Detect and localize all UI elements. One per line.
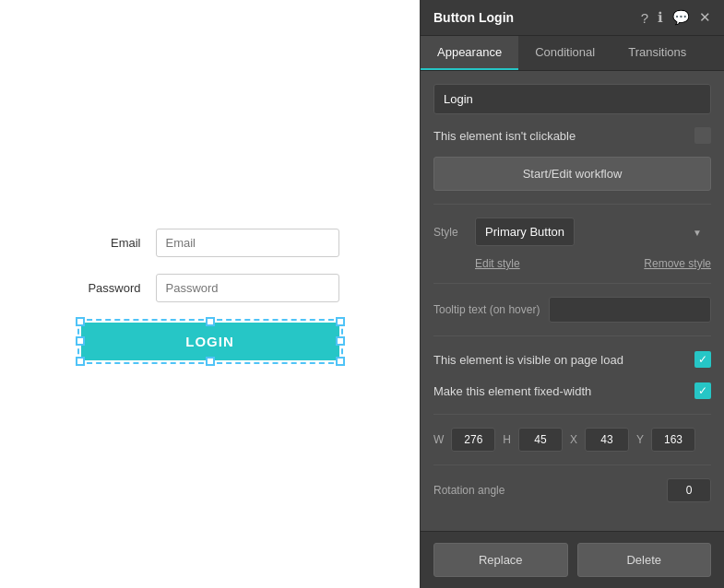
panel-footer: Replace Delete (421, 531, 724, 588)
tab-conditional[interactable]: Conditional (518, 36, 611, 70)
check-icon-2: ✓ (698, 384, 707, 397)
visible-label: This element is visible on page load (433, 353, 623, 367)
resize-handle-tr[interactable] (336, 317, 345, 326)
style-select[interactable]: Primary Button (475, 218, 575, 246)
divider-2 (433, 283, 711, 284)
panel-header: Button Login ? ℹ 💬 ✕ (421, 0, 724, 36)
panel-tabs: Appearance Conditional Transitions (421, 36, 724, 71)
style-label: Style (433, 226, 466, 239)
coords-row: W H X Y (433, 428, 711, 452)
email-label: Email (81, 236, 141, 250)
fixed-width-label: Make this element fixed-width (433, 384, 591, 398)
close-icon[interactable]: ✕ (699, 9, 711, 26)
panel-content: This element isn't clickable Start/Edit … (421, 71, 724, 531)
login-button[interactable]: Login (81, 323, 339, 360)
help-icon[interactable]: ? (641, 10, 648, 26)
resize-handle-rm[interactable] (336, 336, 345, 346)
element-name-input[interactable] (433, 84, 711, 114)
tab-appearance[interactable]: Appearance (421, 36, 518, 70)
form-area: Email Password Login (81, 229, 339, 360)
divider-5 (433, 465, 711, 465)
canvas-area: Email Password Login (0, 0, 420, 588)
chat-icon[interactable]: 💬 (672, 9, 690, 26)
rotation-input[interactable] (667, 478, 711, 502)
fixed-width-row: Make this element fixed-width ✓ (433, 381, 711, 401)
resize-handle-tl[interactable] (76, 317, 85, 326)
info-icon[interactable]: ℹ (658, 9, 663, 26)
rotation-row: Rotation angle (433, 478, 711, 502)
resize-handle-lm[interactable] (76, 336, 85, 346)
replace-button[interactable]: Replace (433, 543, 568, 577)
resize-handle-br[interactable] (336, 357, 345, 366)
divider-1 (433, 204, 711, 205)
y-label: Y (636, 433, 644, 446)
password-label: Password (81, 281, 141, 295)
divider-4 (433, 414, 711, 415)
fixed-width-toggle[interactable]: ✓ (694, 382, 711, 399)
h-label: H (503, 433, 511, 446)
not-clickable-row: This element isn't clickable (433, 125, 711, 146)
email-input[interactable] (156, 229, 339, 257)
tab-transitions[interactable]: Transitions (611, 36, 703, 70)
email-row: Email (81, 229, 339, 257)
style-row: Style Primary Button (433, 218, 711, 246)
password-row: Password (81, 274, 339, 302)
resize-handle-tm[interactable] (206, 317, 215, 326)
edit-style-link[interactable]: Edit style (475, 257, 520, 270)
panel-icons: ? ℹ 💬 ✕ (641, 9, 711, 26)
w-label: W (433, 433, 444, 446)
panel-title: Button Login (433, 10, 514, 25)
h-input[interactable] (518, 428, 563, 452)
resize-handle-bl[interactable] (76, 357, 85, 366)
resize-handle-bm[interactable] (206, 357, 215, 366)
workflow-button[interactable]: Start/Edit workflow (433, 157, 711, 191)
tooltip-input[interactable] (549, 297, 711, 323)
divider-3 (433, 335, 711, 336)
rotation-label: Rotation angle (433, 484, 504, 497)
not-clickable-label: This element isn't clickable (433, 129, 576, 143)
style-links: Edit style Remove style (433, 257, 711, 270)
check-icon: ✓ (698, 353, 707, 366)
visible-toggle[interactable]: ✓ (694, 351, 711, 368)
w-input[interactable] (451, 428, 495, 452)
remove-style-link[interactable]: Remove style (644, 257, 711, 270)
x-label: X (570, 433, 577, 446)
login-button-wrapper: Login (81, 323, 339, 360)
tooltip-row: Tooltip text (on hover) (433, 297, 711, 323)
tooltip-label: Tooltip text (on hover) (433, 303, 540, 316)
x-input[interactable] (585, 428, 629, 452)
password-input[interactable] (156, 274, 339, 302)
y-input[interactable] (651, 428, 695, 452)
delete-button[interactable]: Delete (577, 543, 712, 577)
properties-panel: Button Login ? ℹ 💬 ✕ Appearance Conditio… (420, 0, 724, 588)
visible-row: This element is visible on page load ✓ (433, 349, 711, 370)
style-select-wrapper: Primary Button (475, 218, 711, 246)
not-clickable-toggle[interactable] (694, 127, 711, 144)
